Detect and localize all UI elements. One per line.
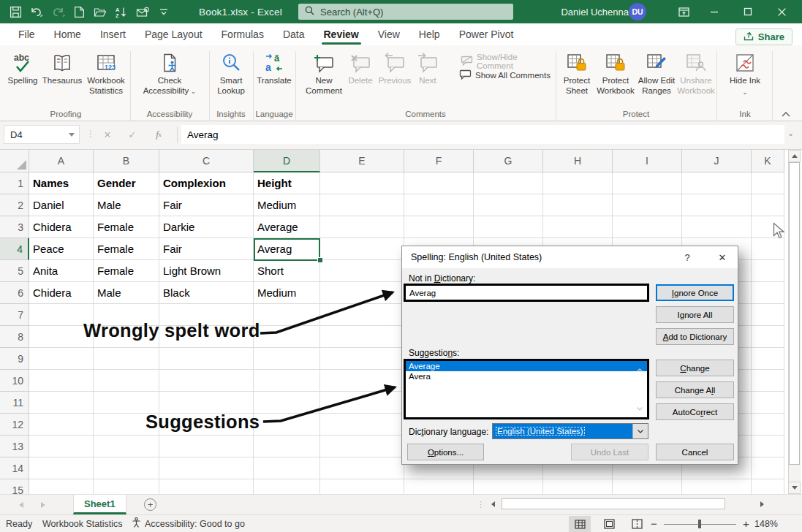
cell-K2[interactable]	[752, 194, 784, 216]
select-all-button[interactable]	[0, 150, 29, 172]
cell-C14[interactable]	[159, 457, 254, 479]
cell-B1[interactable]: Gender	[94, 172, 159, 194]
cell-J2[interactable]	[682, 194, 752, 216]
open-folder-icon[interactable]	[92, 4, 108, 20]
tab-formulas[interactable]: Formulas	[212, 23, 273, 45]
smart-lookup-button[interactable]: Smart Lookup	[213, 48, 249, 96]
cell-B14[interactable]	[94, 457, 159, 479]
sheet-nav-left-icon[interactable]	[19, 502, 23, 508]
cell-I1[interactable]	[613, 172, 682, 194]
ignore-once-button[interactable]: Ignore Once	[656, 284, 734, 301]
cell-I2[interactable]	[613, 194, 682, 216]
options-button[interactable]: Options...	[407, 444, 484, 460]
cell-B3[interactable]: Female	[94, 216, 159, 238]
column-header-J[interactable]: J	[682, 150, 752, 172]
row-header-14[interactable]: 14	[0, 457, 29, 479]
cell-K8[interactable]	[752, 326, 784, 348]
cell-I15[interactable]	[613, 479, 682, 494]
email-icon[interactable]	[135, 4, 151, 20]
cell-K1[interactable]	[752, 172, 784, 194]
column-header-A[interactable]: A	[29, 150, 94, 172]
cell-K9[interactable]	[752, 348, 784, 370]
cell-A10[interactable]	[29, 370, 94, 392]
cell-I3[interactable]	[613, 216, 682, 238]
ribbon-display-options-icon[interactable]	[670, 0, 697, 23]
cell-J3[interactable]	[682, 216, 752, 238]
collapse-ribbon-icon[interactable]	[781, 107, 791, 121]
cell-E1[interactable]	[320, 172, 404, 194]
suggestion-item-average[interactable]: Average	[406, 361, 647, 371]
spelling-button[interactable]: abc Spelling	[4, 48, 41, 86]
cell-A4[interactable]: Peace	[29, 238, 94, 260]
cell-A11[interactable]	[29, 392, 94, 414]
cell-K5[interactable]	[752, 260, 784, 282]
cell-F1[interactable]	[404, 172, 474, 194]
cell-A5[interactable]: Anita	[29, 260, 94, 282]
cell-K10[interactable]	[752, 370, 784, 392]
undo-last-button[interactable]: Undo Last	[571, 444, 648, 460]
cell-K14[interactable]	[752, 457, 784, 479]
view-page-break-icon[interactable]	[626, 516, 648, 532]
next-comment-button[interactable]: Next	[412, 48, 443, 86]
cell-F3[interactable]	[404, 216, 474, 238]
cell-H2[interactable]	[543, 194, 613, 216]
minimize-icon[interactable]	[700, 0, 728, 23]
row-header-1[interactable]: 1	[0, 172, 29, 194]
tab-home[interactable]: Home	[45, 23, 91, 45]
scroll-up-icon[interactable]	[788, 150, 801, 162]
listbox-scroll-up-icon[interactable]	[636, 365, 643, 375]
cell-F2[interactable]	[404, 194, 474, 216]
expand-formula-bar-icon[interactable]: ⌄	[787, 129, 794, 138]
cell-D6[interactable]: Medium	[254, 282, 320, 304]
cell-G1[interactable]	[474, 172, 543, 194]
zoom-level[interactable]: 148%	[754, 515, 778, 532]
cell-C6[interactable]: Black	[159, 282, 254, 304]
cell-K7[interactable]	[752, 304, 784, 326]
cell-K6[interactable]	[752, 282, 784, 304]
dictionary-language-combobox[interactable]: English (United States)	[492, 423, 648, 439]
undo-icon[interactable]	[29, 4, 45, 20]
cell-B15[interactable]	[94, 479, 159, 494]
cell-D14[interactable]	[254, 457, 320, 479]
dialog-help-icon[interactable]: ?	[673, 246, 702, 268]
cell-C4[interactable]: Fair	[159, 238, 254, 260]
row-header-4[interactable]: 4	[0, 238, 29, 260]
status-workbook-statistics[interactable]: Workbook Statistics	[42, 515, 123, 532]
user-name[interactable]: Daniel Uchenna	[559, 0, 629, 23]
cell-E14[interactable]	[320, 457, 404, 479]
cell-A2[interactable]: Daniel	[29, 194, 94, 216]
row-header-13[interactable]: 13	[0, 436, 29, 457]
show-hide-comment-button[interactable]: Show/Hide Comment	[461, 53, 554, 70]
cell-B10[interactable]	[94, 370, 159, 392]
show-all-comments-button[interactable]: Show All Comments	[459, 69, 551, 81]
horizontal-scrollbar-thumb[interactable]	[502, 498, 725, 509]
formula-input[interactable]: Averag	[181, 125, 784, 144]
cell-B13[interactable]	[94, 436, 159, 457]
cancel-button[interactable]: Cancel	[656, 444, 734, 460]
row-header-9[interactable]: 9	[0, 348, 29, 370]
listbox-scroll-down-icon[interactable]	[636, 403, 643, 414]
cell-B6[interactable]: Male	[94, 282, 159, 304]
row-header-5[interactable]: 5	[0, 260, 29, 282]
cell-E9[interactable]	[320, 348, 404, 370]
sheet-nav-right-icon[interactable]	[41, 502, 45, 508]
cell-D5[interactable]: Short	[254, 260, 320, 282]
cell-A14[interactable]	[29, 457, 94, 479]
column-header-G[interactable]: G	[474, 150, 543, 172]
row-header-8[interactable]: 8	[0, 326, 29, 348]
tab-help[interactable]: Help	[409, 23, 450, 45]
cell-D8[interactable]	[254, 326, 320, 348]
name-box-dropdown-icon[interactable]	[69, 133, 75, 137]
vertical-scrollbar-thumb[interactable]	[789, 162, 800, 465]
search-input[interactable]: Search (Alt+Q)	[298, 4, 513, 20]
cell-D7[interactable]	[254, 304, 320, 326]
cell-D10[interactable]	[254, 370, 320, 392]
cell-B5[interactable]: Female	[94, 260, 159, 282]
delete-comment-button[interactable]: Delete	[344, 48, 377, 86]
status-accessibility[interactable]: Accessibility: Good to go	[132, 515, 245, 532]
translate-button[interactable]: ãa Translate	[256, 48, 292, 86]
new-file-icon[interactable]	[71, 4, 87, 20]
cell-E3[interactable]	[320, 216, 404, 238]
confirm-entry-icon[interactable]: ✓	[123, 125, 142, 144]
cell-K15[interactable]	[752, 479, 784, 494]
